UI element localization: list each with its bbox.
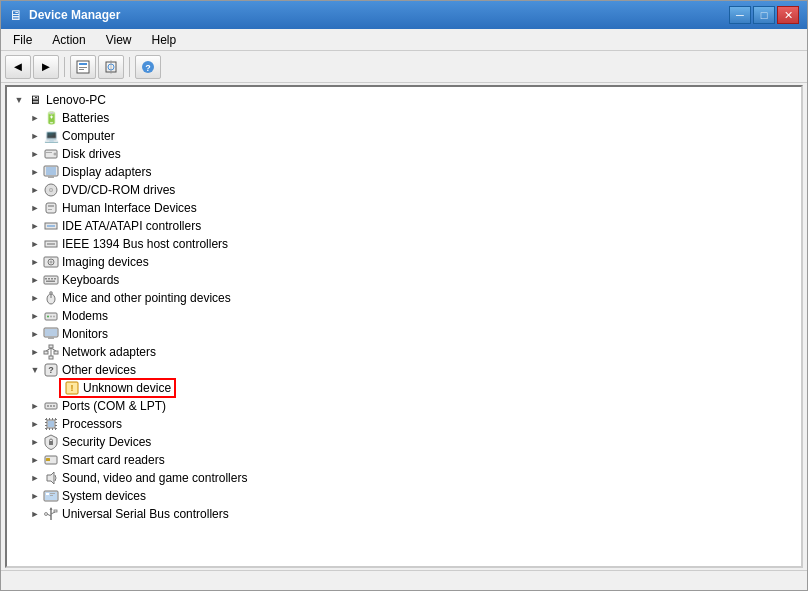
properties-button[interactable] (70, 55, 96, 79)
status-bar (1, 570, 807, 590)
processors-label: Processors (62, 417, 122, 431)
list-item[interactable]: ► 🔋 Batteries (7, 109, 801, 127)
mice-expander[interactable]: ► (27, 290, 43, 306)
list-item[interactable]: ► Smart card readers (7, 451, 801, 469)
modems-expander[interactable]: ► (27, 308, 43, 324)
svg-point-10 (54, 153, 57, 156)
keyboards-expander[interactable]: ► (27, 272, 43, 288)
diskdrives-label: Disk drives (62, 147, 121, 161)
toolbar: ◄ ► ? (1, 51, 807, 83)
svg-rect-61 (49, 418, 50, 420)
tree-root[interactable]: ▼ 🖥 Lenovo-PC (7, 91, 801, 109)
list-item[interactable]: ► System devices (7, 487, 801, 505)
svg-rect-74 (55, 425, 57, 426)
list-item[interactable]: ► Sound, video and game controllers (7, 469, 801, 487)
usb-expander[interactable]: ► (27, 506, 43, 522)
hid-expander[interactable]: ► (27, 200, 43, 216)
imaging-expander[interactable]: ► (27, 254, 43, 270)
list-item[interactable]: ► Security Devices (7, 433, 801, 451)
svg-rect-30 (48, 278, 50, 280)
menu-file[interactable]: File (5, 31, 40, 49)
scan-button[interactable] (98, 55, 124, 79)
unknown-device-item[interactable]: ► ! Unknown device (7, 379, 801, 397)
list-item[interactable]: ► Monitors (7, 325, 801, 343)
svg-rect-72 (55, 419, 57, 420)
svg-rect-68 (45, 419, 47, 420)
svg-rect-2 (79, 67, 87, 68)
monitors-expander[interactable]: ► (27, 326, 43, 342)
list-item[interactable]: ► Ports (COM & LPT) (7, 397, 801, 415)
system-label: System devices (62, 489, 146, 503)
svg-rect-86 (50, 495, 53, 496)
list-item[interactable]: ► Mice and other pointing devices (7, 289, 801, 307)
ide-icon (43, 218, 59, 234)
ide-expander[interactable]: ► (27, 218, 43, 234)
list-item[interactable]: ► Modems (7, 307, 801, 325)
svg-rect-62 (52, 418, 53, 420)
device-tree-panel[interactable]: ▼ 🖥 Lenovo-PC ► 🔋 Batteries ► 💻 Computer… (5, 85, 803, 568)
security-icon (43, 434, 59, 450)
monitors-icon (43, 326, 59, 342)
batteries-label: Batteries (62, 111, 109, 125)
computer-expander[interactable]: ► (27, 128, 43, 144)
list-item[interactable]: ► Display adapters (7, 163, 801, 181)
svg-rect-32 (54, 278, 56, 280)
menu-view[interactable]: View (98, 31, 140, 49)
security-expander[interactable]: ► (27, 434, 43, 450)
other-expander[interactable]: ▼ (27, 362, 43, 378)
minimize-button[interactable]: ─ (729, 6, 751, 24)
window-icon: 🖥 (9, 7, 23, 23)
svg-point-38 (47, 316, 49, 318)
window-title: Device Manager (29, 8, 120, 22)
svg-rect-19 (48, 205, 54, 207)
list-item[interactable]: ► Imaging devices (7, 253, 801, 271)
display-expander[interactable]: ► (27, 164, 43, 180)
help-button[interactable]: ? (135, 55, 161, 79)
other-label: Other devices (62, 363, 136, 377)
svg-rect-44 (49, 345, 53, 348)
svg-rect-47 (49, 356, 53, 359)
smartcard-expander[interactable]: ► (27, 452, 43, 468)
maximize-button[interactable]: □ (753, 6, 775, 24)
forward-button[interactable]: ► (33, 55, 59, 79)
processors-expander[interactable]: ► (27, 416, 43, 432)
list-item[interactable]: ► Network adapters (7, 343, 801, 361)
dvd-expander[interactable]: ► (27, 182, 43, 198)
list-item[interactable]: ► Universal Serial Bus controllers (7, 505, 801, 523)
list-item[interactable]: ► Processors (7, 415, 801, 433)
usb-label: Universal Serial Bus controllers (62, 507, 229, 521)
ieee-expander[interactable]: ► (27, 236, 43, 252)
back-button[interactable]: ◄ (5, 55, 31, 79)
menu-help[interactable]: Help (144, 31, 185, 49)
list-item[interactable]: ► 💻 Computer (7, 127, 801, 145)
svg-rect-31 (51, 278, 53, 280)
svg-rect-18 (46, 203, 56, 213)
smartcard-label: Smart card readers (62, 453, 165, 467)
list-item[interactable]: ► Disk drives (7, 145, 801, 163)
device-manager-window: 🖥 Device Manager ─ □ ✕ File Action View … (0, 0, 808, 591)
diskdrives-expander[interactable]: ► (27, 146, 43, 162)
menu-action[interactable]: Action (44, 31, 93, 49)
diskdrives-icon (43, 146, 59, 162)
system-expander[interactable]: ► (27, 488, 43, 504)
system-icon (43, 488, 59, 504)
dvd-label: DVD/CD-ROM drives (62, 183, 175, 197)
batteries-expander[interactable]: ► (27, 110, 43, 126)
sound-expander[interactable]: ► (27, 470, 43, 486)
list-item[interactable]: ► Human Interface Devices (7, 199, 801, 217)
list-item[interactable]: ► DVD/CD-ROM drives (7, 181, 801, 199)
svg-point-91 (45, 513, 48, 516)
computer-label: Computer (62, 129, 115, 143)
list-item[interactable]: ► Keyboards (7, 271, 801, 289)
list-item[interactable]: ► IEEE 1394 Bus host controllers (7, 235, 801, 253)
ports-expander[interactable]: ► (27, 398, 43, 414)
list-item[interactable]: ▼ ? Other devices (7, 361, 801, 379)
close-button[interactable]: ✕ (777, 6, 799, 24)
network-expander[interactable]: ► (27, 344, 43, 360)
title-bar: 🖥 Device Manager ─ □ ✕ (1, 1, 807, 29)
usb-icon (43, 506, 59, 522)
svg-rect-13 (48, 176, 54, 178)
svg-marker-81 (47, 472, 54, 484)
list-item[interactable]: ► IDE ATA/ATAPI controllers (7, 217, 801, 235)
root-expander[interactable]: ▼ (11, 92, 27, 108)
